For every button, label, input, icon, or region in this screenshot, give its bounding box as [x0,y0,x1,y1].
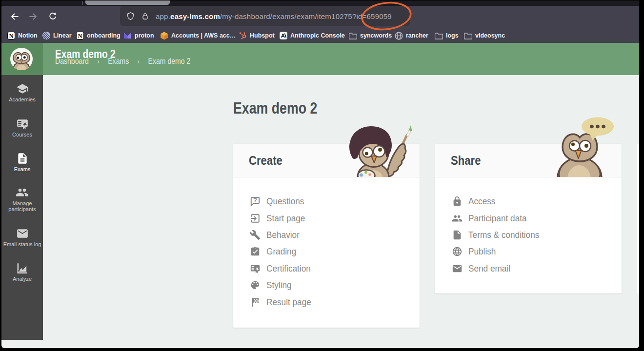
svg-text:?: ? [253,197,257,204]
svg-text:N: N [9,33,14,39]
svg-text:N: N [78,33,82,39]
